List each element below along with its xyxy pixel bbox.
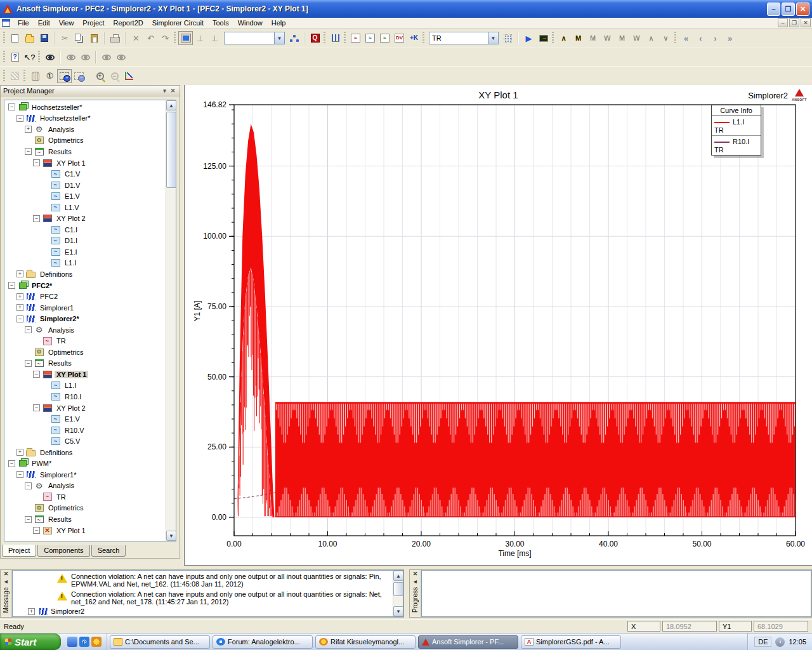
child-window-icon[interactable] bbox=[2, 19, 10, 27]
report-2d-button[interactable] bbox=[328, 31, 343, 45]
undo-button[interactable]: ↶ bbox=[143, 31, 158, 45]
message-scroll-thumb[interactable] bbox=[393, 582, 403, 596]
expand-toggle-icon[interactable]: − bbox=[25, 360, 32, 367]
marker-peaks-button[interactable]: M bbox=[571, 31, 586, 45]
message-close-icon[interactable]: ✕ bbox=[4, 571, 9, 578]
new-file-button[interactable] bbox=[8, 31, 22, 45]
expand-toggle-icon[interactable]: − bbox=[25, 148, 32, 155]
legend-entry-l1-i[interactable]: L1.ITR bbox=[712, 116, 761, 136]
toolbar-grip[interactable] bbox=[3, 70, 5, 83]
tree-scrollbar[interactable]: ▲ ▼ bbox=[166, 100, 176, 541]
close-button[interactable]: ✕ bbox=[796, 3, 809, 16]
tree-item-e1-v[interactable]: ~E1.V bbox=[6, 190, 164, 202]
tree-item-tr[interactable]: ~TR bbox=[6, 491, 164, 503]
menu-simplorer-circuit[interactable]: Simplorer Circuit bbox=[148, 18, 208, 27]
paste-button[interactable] bbox=[87, 31, 102, 45]
message-item[interactable]: Connection violation: A net can have inp… bbox=[14, 590, 391, 607]
marker-min-button[interactable]: W bbox=[600, 31, 615, 45]
message-scroll-down-icon[interactable]: ▼ bbox=[393, 606, 403, 616]
tree-item-optimetrics[interactable]: ⚙Optimetrics bbox=[6, 347, 164, 358]
show-selection-button[interactable] bbox=[99, 50, 114, 64]
expand-toggle-icon[interactable]: + bbox=[16, 304, 23, 311]
tree-item-analysis[interactable]: +⚙Analysis bbox=[6, 124, 164, 135]
marker-fall-button[interactable]: ∨ bbox=[658, 31, 673, 45]
copy-button[interactable] bbox=[72, 31, 87, 45]
menu-report2d[interactable]: Report2D bbox=[109, 18, 148, 27]
go-next-button[interactable]: › bbox=[708, 31, 723, 45]
solution-setup-combobox[interactable]: TR▼ bbox=[429, 32, 499, 44]
expand-toggle-icon[interactable]: − bbox=[33, 404, 40, 411]
start-button[interactable]: Start bbox=[0, 633, 61, 650]
hide-all-button[interactable] bbox=[78, 50, 93, 64]
tree-item-optimetrics[interactable]: ⚙Optimetrics bbox=[6, 503, 164, 514]
toolbar-grip[interactable] bbox=[422, 32, 424, 44]
expand-toggle-icon[interactable]: − bbox=[16, 315, 23, 322]
menu-window[interactable]: Window bbox=[233, 18, 267, 27]
tree-item-simplorer1[interactable]: −Simplorer1* bbox=[6, 469, 164, 481]
toolbar-grip[interactable] bbox=[552, 32, 554, 44]
message-collapse-icon[interactable]: ◂ bbox=[4, 578, 8, 586]
toolbar-grip[interactable] bbox=[38, 51, 40, 63]
panel-close-icon[interactable]: ✕ bbox=[169, 87, 177, 95]
tree-item-xy-plot-2[interactable]: −XY Plot 2 bbox=[6, 213, 164, 224]
toolbar-grip[interactable] bbox=[674, 32, 676, 44]
tree-item-hochsetzsteller[interactable]: −Hochsetzsteller* bbox=[6, 113, 164, 124]
matrix-view-button[interactable] bbox=[501, 31, 515, 45]
sheet-display-button[interactable] bbox=[178, 31, 193, 45]
zoom-window-button[interactable] bbox=[57, 69, 72, 83]
marker-peak-button[interactable]: ∧ bbox=[556, 31, 571, 45]
pan-button[interactable] bbox=[28, 69, 43, 83]
menu-help[interactable]: Help bbox=[267, 18, 291, 27]
go-first-button[interactable]: « bbox=[679, 31, 693, 45]
expand-toggle-icon[interactable]: − bbox=[33, 215, 40, 222]
tab-project[interactable]: Project bbox=[2, 545, 36, 557]
tree-item-pwm[interactable]: −PWM* bbox=[6, 458, 164, 470]
run-simulation-button[interactable]: ▶ bbox=[521, 31, 536, 45]
toolbar-grip[interactable] bbox=[3, 51, 5, 63]
expand-toggle-icon[interactable]: − bbox=[25, 516, 32, 523]
expand-toggle-icon[interactable]: + bbox=[16, 449, 23, 456]
tree-item-xy-plot-1[interactable]: −XY Plot 1 bbox=[6, 157, 164, 169]
tree-item-d1-i[interactable]: ~D1.I bbox=[6, 235, 164, 247]
project-manager-header[interactable]: Project Manager ▾ ✕ bbox=[1, 86, 180, 96]
fit-all-button[interactable] bbox=[122, 69, 136, 83]
tree-item-l1-v[interactable]: ~L1.V bbox=[6, 202, 164, 213]
menu-file[interactable]: File bbox=[13, 18, 34, 27]
expand-toggle-icon[interactable]: + bbox=[28, 608, 35, 615]
expand-toggle-icon[interactable]: − bbox=[25, 326, 32, 333]
zoom-out-button[interactable]: − bbox=[107, 69, 122, 83]
redo-button[interactable]: ↷ bbox=[158, 31, 173, 45]
message-scroll-up-icon[interactable]: ▲ bbox=[393, 571, 403, 581]
menu-tools[interactable]: Tools bbox=[208, 18, 233, 27]
child-minimize-button[interactable]: – bbox=[778, 18, 788, 27]
analysis-dc-button[interactable]: ≈ bbox=[377, 31, 392, 45]
expand-toggle-icon[interactable]: + bbox=[16, 293, 23, 300]
tree-item-l1-i[interactable]: ~L1.I bbox=[6, 258, 164, 269]
tree-item-definitions[interactable]: +Definitions bbox=[6, 447, 164, 458]
tree-item-tr[interactable]: ~TR bbox=[6, 335, 164, 347]
tree-item-c1-v[interactable]: ~C1.V bbox=[6, 168, 164, 180]
task-forum-analogelektro[interactable]: Forum: Analogelektro... bbox=[213, 635, 313, 649]
quantity-calculator-button[interactable]: Q bbox=[308, 31, 322, 45]
component-search-combobox[interactable]: ▼ bbox=[224, 32, 285, 44]
view-display-button[interactable] bbox=[536, 31, 551, 45]
expand-toggle-icon[interactable]: − bbox=[16, 471, 23, 478]
menu-project[interactable]: Project bbox=[78, 18, 108, 27]
tray-chevron-icon[interactable]: ‹ bbox=[775, 637, 785, 647]
go-last-button[interactable]: » bbox=[723, 31, 737, 45]
help-topics-button[interactable]: ? bbox=[8, 50, 22, 64]
tree-item-pfc2[interactable]: +PFC2 bbox=[6, 291, 164, 302]
ie-icon[interactable]: e bbox=[79, 637, 89, 647]
menu-view[interactable]: View bbox=[55, 18, 79, 27]
child-restore-button[interactable]: ❐ bbox=[789, 18, 799, 27]
show-hidden-button[interactable] bbox=[114, 50, 128, 64]
context-help-button[interactable]: ↖? bbox=[22, 50, 37, 64]
chevron-down-icon[interactable]: ▼ bbox=[274, 32, 284, 44]
expand-toggle-icon[interactable]: − bbox=[33, 527, 40, 534]
xy-plot-canvas[interactable]: 0.0025.0050.0075.00100.00125.00146.820.0… bbox=[185, 85, 812, 566]
message-item[interactable]: Connection violation: A net can have inp… bbox=[14, 572, 391, 590]
tree-item-analysis[interactable]: −⚙Analysis bbox=[6, 324, 164, 336]
task-rifat-kirsueleymanogl[interactable]: Rifat Kirsueleymanogl... bbox=[315, 635, 416, 649]
marker-valley-button[interactable]: W bbox=[629, 31, 644, 45]
tab-components[interactable]: Components bbox=[37, 545, 89, 557]
